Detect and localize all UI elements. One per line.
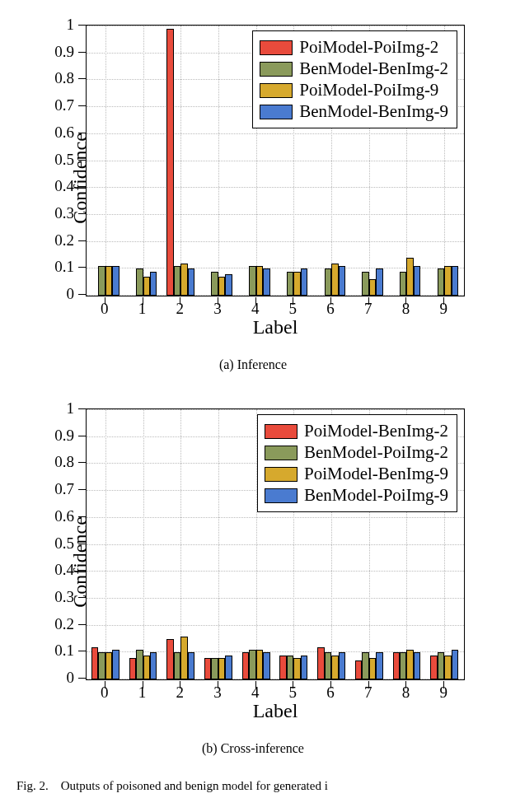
bar	[452, 266, 458, 296]
x-tick-label: 9	[439, 300, 447, 318]
bar	[430, 656, 437, 679]
x-tick-label: 8	[402, 684, 410, 702]
x-tick-label: 9	[439, 684, 447, 702]
legend-item: PoiModel-BenImg-9	[265, 464, 448, 484]
x-tick-label: 7	[364, 684, 372, 702]
legend-label: PoiModel-BenImg-2	[304, 421, 448, 441]
bar	[143, 277, 150, 296]
plot-area: PoiModel-BenImg-2BenModel-PoiImg-2PoiMod…	[86, 408, 465, 680]
x-tick-label: 5	[289, 684, 298, 702]
x-tick-label: 2	[176, 684, 185, 702]
bar	[174, 266, 180, 296]
plot-area: PoiModel-PoiImg-2BenModel-BenImg-2PoiMod…	[86, 25, 465, 296]
legend-swatch	[260, 40, 293, 55]
bar	[136, 650, 143, 679]
bar	[256, 650, 263, 679]
bar	[325, 268, 331, 296]
bar	[355, 660, 362, 679]
bar	[242, 652, 249, 679]
x-tick-label: 4	[251, 300, 260, 318]
bar	[414, 652, 420, 679]
bar	[287, 656, 293, 679]
x-tick-label: 4	[251, 684, 260, 702]
bar	[406, 258, 413, 296]
legend-swatch	[260, 83, 293, 98]
bar	[362, 272, 368, 296]
x-tick-label: 2	[176, 300, 185, 318]
figure-caption-prefix: Fig. 2.	[16, 779, 49, 792]
legend-item: BenModel-PoiImg-2	[265, 442, 448, 463]
legend-label: BenModel-BenImg-2	[299, 58, 448, 79]
bar	[339, 652, 345, 679]
legend: PoiModel-BenImg-2BenModel-PoiImg-2PoiMod…	[257, 414, 457, 512]
legend-label: BenModel-PoiImg-9	[304, 485, 448, 506]
bar	[225, 656, 232, 679]
bar	[166, 29, 173, 296]
bar	[174, 652, 180, 679]
figure-caption-text: Outputs of poisoned and benign model for…	[61, 779, 328, 792]
bar	[263, 268, 269, 296]
x-axis-label: Label	[86, 316, 465, 338]
bar	[249, 266, 255, 296]
legend-swatch	[265, 424, 298, 439]
bar	[150, 652, 157, 679]
bar	[188, 652, 194, 679]
bar	[287, 272, 293, 296]
bar	[301, 656, 307, 679]
bar	[211, 272, 218, 296]
bar	[249, 650, 255, 679]
bar	[129, 658, 136, 679]
legend-swatch	[260, 62, 293, 77]
y-axis-label: Confidence	[35, 10, 126, 346]
legend-label: PoiModel-PoiImg-9	[299, 80, 438, 100]
legend-label: PoiModel-PoiImg-2	[299, 37, 438, 58]
x-tick-label: 5	[289, 300, 298, 318]
bar	[225, 274, 232, 296]
bar	[218, 658, 225, 679]
bar	[188, 268, 194, 296]
bar	[438, 268, 444, 296]
bar	[369, 279, 376, 296]
bar	[376, 268, 382, 296]
legend-item: BenModel-BenImg-2	[260, 58, 448, 79]
legend: PoiModel-PoiImg-2BenModel-BenImg-2PoiMod…	[252, 30, 457, 128]
bar	[317, 647, 324, 679]
bar	[293, 272, 300, 296]
bar	[204, 658, 211, 679]
bar	[331, 656, 338, 679]
bar	[256, 266, 263, 296]
bar	[376, 652, 382, 679]
bar	[393, 652, 400, 679]
legend-swatch	[265, 467, 298, 482]
bar	[331, 264, 338, 296]
bar	[444, 266, 451, 296]
bar	[218, 277, 225, 296]
legend-label: PoiModel-BenImg-9	[304, 464, 448, 484]
chart-panel-b: PoiModel-BenImg-2BenModel-PoiImg-2PoiMod…	[18, 394, 488, 730]
legend-swatch	[260, 105, 293, 119]
x-tick-label: 6	[326, 684, 335, 702]
bar	[400, 652, 406, 679]
legend-item: BenModel-PoiImg-9	[265, 485, 448, 506]
figure-caption: Fig. 2. Outputs of poisoned and benign m…	[16, 777, 490, 794]
legend-label: BenModel-PoiImg-2	[304, 442, 448, 463]
bar	[150, 272, 157, 296]
legend-swatch	[265, 446, 298, 460]
x-tick-label: 8	[402, 300, 410, 318]
x-tick-label: 6	[326, 300, 335, 318]
bar	[301, 268, 307, 296]
chart-panel-a: PoiModel-PoiImg-2BenModel-BenImg-2PoiMod…	[18, 10, 488, 346]
x-axis-label: Label	[86, 700, 465, 722]
bar	[438, 652, 444, 679]
bar	[362, 652, 368, 679]
bar	[339, 266, 345, 296]
bar	[211, 658, 218, 679]
bar	[444, 656, 451, 679]
bar	[369, 658, 376, 679]
bar	[414, 266, 420, 296]
x-tick-label: 7	[364, 300, 372, 318]
bar	[400, 272, 406, 296]
y-axis-label: Confidence	[35, 394, 126, 730]
legend-item: PoiModel-PoiImg-2	[260, 37, 448, 58]
legend-item: BenModel-BenImg-9	[260, 101, 448, 122]
